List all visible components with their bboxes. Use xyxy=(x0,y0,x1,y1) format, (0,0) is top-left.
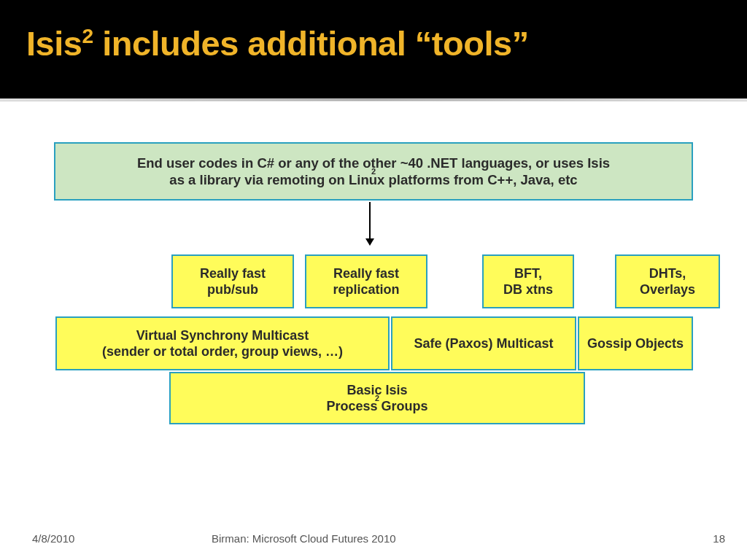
box-gossip: Gossip Objects xyxy=(578,316,693,370)
footer-date: 4/8/2010 xyxy=(32,532,74,545)
slide: Isis2 includes additional “tools” End us… xyxy=(0,0,747,560)
box-safe-paxos: Safe (Paxos) Multicast xyxy=(391,316,576,370)
box-bft: BFT, DB xtns xyxy=(482,254,574,308)
title-bar: Isis2 includes additional “tools” xyxy=(0,0,747,98)
slide-footer: 4/8/2010 Birman: Microsoft Cloud Futures… xyxy=(0,532,747,550)
top-description-box: End user codes in C# or any of the other… xyxy=(54,142,693,201)
footer-author: Birman: Microsoft Cloud Futures 2010 xyxy=(212,532,396,545)
box-virtual-synchrony: Virtual Synchrony Multicast (sender or t… xyxy=(55,316,390,370)
arrow-down-icon xyxy=(369,202,371,238)
box-basic-process-groups: Basic Isis2 Process Groups xyxy=(169,372,585,424)
diagram-area: End user codes in C# or any of the other… xyxy=(0,101,747,510)
arrow-head-icon xyxy=(365,238,374,246)
box-replication: Really fast replication xyxy=(305,254,427,308)
slide-title: Isis2 includes additional “tools” xyxy=(26,23,721,63)
box-dhts: DHTs, Overlays xyxy=(615,254,720,308)
box-pubsub: Really fast pub/sub xyxy=(171,254,294,308)
footer-page-number: 18 xyxy=(713,532,725,545)
